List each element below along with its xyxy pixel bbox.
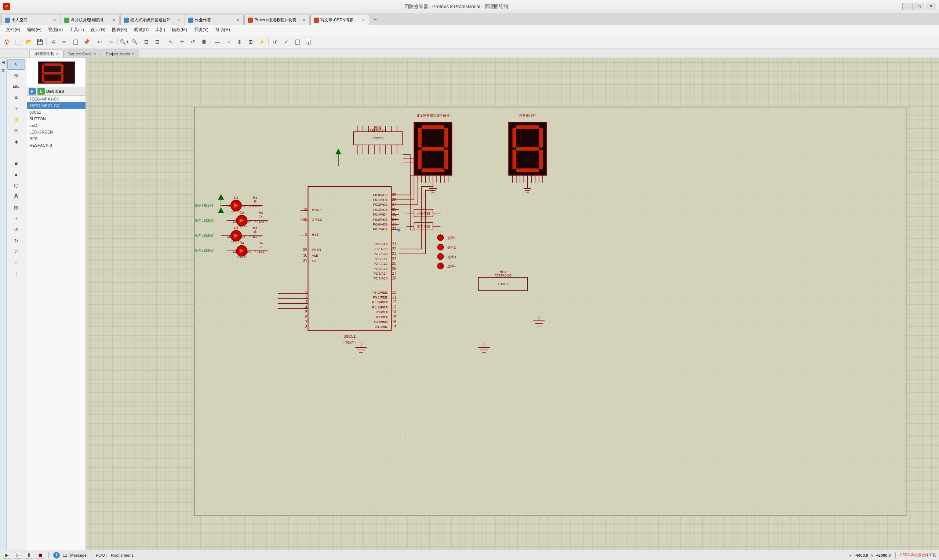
maximize-button[interactable]: □ bbox=[914, 3, 924, 10]
power-btn[interactable]: ⚡ bbox=[7, 114, 25, 125]
toolbar-print[interactable]: 🖨 bbox=[48, 37, 59, 47]
mirror-h-btn[interactable]: ↔ bbox=[7, 257, 25, 268]
mirror-v-btn[interactable]: ↕ bbox=[7, 268, 25, 279]
circle-btn[interactable]: ● bbox=[7, 169, 25, 180]
rotate-cw-btn[interactable]: ↻ bbox=[7, 235, 25, 246]
toolbar-delete[interactable]: 🗑 bbox=[199, 37, 209, 47]
svg-text:P2.5/A13: P2.5/A13 bbox=[373, 267, 387, 271]
menu-graph[interactable]: 图表(G) bbox=[109, 26, 130, 34]
menu-tools[interactable]: 工具(T) bbox=[66, 26, 86, 34]
tab-source-close[interactable]: ✕ bbox=[93, 52, 96, 56]
toolbar-zoom-fit[interactable]: ⊡ bbox=[141, 37, 151, 47]
symbol-btn[interactable]: ⊞ bbox=[7, 202, 25, 213]
stop-button[interactable]: ⏹ bbox=[36, 552, 44, 558]
play-button[interactable]: ▶ bbox=[3, 552, 11, 558]
toolbar-zoom-sheet[interactable]: ⊟ bbox=[152, 37, 163, 47]
toolbar-undo[interactable]: ↩ bbox=[95, 37, 105, 47]
toolbar-net[interactable]: ⊞ bbox=[245, 37, 256, 47]
toolbar-home[interactable]: 🏠 bbox=[2, 37, 12, 47]
origin-btn[interactable]: + bbox=[7, 214, 25, 224]
port-btn[interactable]: ◈ bbox=[7, 137, 25, 147]
menu-view[interactable]: 视图(V) bbox=[45, 26, 66, 34]
menu-design[interactable]: 设计(N) bbox=[88, 26, 109, 34]
toolbar-redo[interactable]: ↪ bbox=[106, 37, 116, 47]
l-button[interactable]: L bbox=[37, 88, 45, 95]
component-item-button[interactable]: BUTTON bbox=[27, 115, 85, 122]
tab-project-notes[interactable]: Project Notes ✕ bbox=[101, 49, 139, 58]
toolbar-new[interactable]: 📄 bbox=[12, 37, 23, 47]
tab-close-icon[interactable]: ✕ bbox=[301, 18, 307, 23]
menu-library[interactable]: 库(L) bbox=[152, 26, 168, 34]
line-btn[interactable]: — bbox=[7, 148, 25, 158]
toolbar-copy[interactable]: 📋 bbox=[70, 37, 80, 47]
text-btn[interactable]: A bbox=[7, 191, 25, 202]
pause-button[interactable]: ⏸ bbox=[25, 552, 33, 558]
tab-source-code[interactable]: Source Code ✕ bbox=[63, 49, 101, 58]
toolbar-move[interactable]: ✛ bbox=[177, 37, 187, 47]
component-item-80c51[interactable]: 80C51 bbox=[27, 109, 85, 115]
toolbar-netlist[interactable]: 📋 bbox=[292, 37, 302, 47]
component-item-7seg1[interactable]: 7SEG-MPX1-CC bbox=[27, 96, 85, 102]
tab-close-icon[interactable]: ✕ bbox=[111, 18, 116, 23]
wire-btn[interactable]: ≡ bbox=[7, 92, 25, 103]
toolbar-zoom-in[interactable]: 🔍+ bbox=[119, 37, 130, 47]
browser-tab-embedded[interactable]: 嵌入式系统开发通信21... ✕ bbox=[120, 15, 184, 25]
canvas-area[interactable]: 19 XTAL1 18 XTAL2 9 RST 29 30 31 PSEN AL… bbox=[86, 58, 939, 550]
component-btn[interactable]: ⊕ bbox=[7, 71, 25, 81]
close-button[interactable]: ✕ bbox=[926, 3, 936, 10]
p-button[interactable]: P bbox=[29, 88, 36, 95]
tab-schematic-close[interactable]: ✕ bbox=[56, 52, 59, 56]
select-tool-btn[interactable]: ↖ bbox=[7, 59, 25, 70]
browser-tab-csdn[interactable]: 写文章-CSDN博客 ✕ bbox=[310, 15, 369, 25]
component-item-7seg2[interactable]: 7SEG-MPX2-CC bbox=[27, 102, 85, 109]
browser-tab-personal[interactable]: 个人空间 ✕ bbox=[2, 15, 60, 25]
component-item-led-green[interactable]: LED-GREEN bbox=[27, 129, 85, 135]
toolbar-bus[interactable]: ≡ bbox=[224, 37, 234, 47]
menu-edit[interactable]: 编辑(E) bbox=[24, 26, 45, 34]
toolbar-paste[interactable]: 📌 bbox=[81, 37, 91, 47]
angle-btn[interactable]: 0° bbox=[7, 246, 25, 257]
component-item-led[interactable]: LED bbox=[27, 122, 85, 129]
tab-close-icon[interactable]: ✕ bbox=[235, 18, 241, 23]
toolbar-wire[interactable]: — bbox=[213, 37, 223, 47]
tab-close-icon[interactable]: ✕ bbox=[176, 18, 181, 23]
pencil-btn[interactable]: ✏ bbox=[7, 125, 25, 136]
toolbar-power[interactable]: ⚡ bbox=[256, 37, 267, 47]
collapse-text[interactable]: ◀ 文 bbox=[0, 59, 6, 66]
component-item-respack8[interactable]: RESPACK-8 bbox=[27, 142, 85, 149]
rect-btn[interactable]: ■ bbox=[7, 158, 25, 169]
new-tab-button[interactable]: + bbox=[370, 15, 380, 25]
component-item-res[interactable]: RES bbox=[27, 135, 85, 142]
rotate-ccw-btn[interactable]: ↺ bbox=[7, 225, 25, 235]
toolbar-bom[interactable]: 📊 bbox=[303, 37, 313, 47]
toolbar-rotate[interactable]: ↺ bbox=[188, 37, 198, 47]
toolbar-junction[interactable]: ⊕ bbox=[234, 37, 245, 47]
step-play-button[interactable]: ▷ bbox=[14, 552, 22, 558]
toolbar-select[interactable]: ↖ bbox=[166, 37, 176, 47]
toolbar-drc[interactable]: ✓ bbox=[281, 37, 291, 47]
tab-close-icon[interactable]: ✕ bbox=[361, 18, 366, 23]
toolbar-open[interactable]: 📂 bbox=[23, 37, 34, 47]
toolbar-cut[interactable]: ✂ bbox=[59, 37, 69, 47]
tab-close-icon[interactable]: ✕ bbox=[52, 18, 57, 23]
component-preview bbox=[27, 58, 85, 87]
toolbar-save[interactable]: 💾 bbox=[34, 37, 45, 47]
svg-text:9: 9 bbox=[305, 232, 307, 237]
browser-tab-proteus[interactable]: Proteus使用教程并仿真... ✕ bbox=[244, 15, 310, 25]
poly-btn[interactable]: ⬡ bbox=[7, 180, 25, 191]
menu-file[interactable]: 文件(F) bbox=[3, 26, 23, 34]
tab-notes-close[interactable]: ✕ bbox=[131, 52, 134, 56]
menu-system[interactable]: 系统(Y) bbox=[191, 26, 211, 34]
menu-debug[interactable]: 调试(D) bbox=[131, 26, 152, 34]
browser-tab-homework[interactable]: 作业作答 ✕ bbox=[185, 15, 244, 25]
menu-template[interactable]: 模板(M) bbox=[169, 26, 190, 34]
bus-btn[interactable]: + bbox=[7, 103, 25, 114]
window-controls[interactable]: — □ ✕ bbox=[902, 3, 936, 10]
browser-tab-mcu[interactable]: 单片机原理与应用 ✕ bbox=[61, 15, 120, 25]
toolbar-zoom-out[interactable]: 🔍- bbox=[130, 37, 140, 47]
toolbar-annotate[interactable]: ① bbox=[270, 37, 281, 47]
menu-help[interactable]: 帮助(H) bbox=[212, 26, 233, 34]
minimize-button[interactable]: — bbox=[902, 3, 913, 10]
tab-schematic[interactable]: 原理图绘制 ✕ bbox=[29, 49, 63, 58]
label-btn[interactable]: LBL bbox=[7, 82, 25, 92]
